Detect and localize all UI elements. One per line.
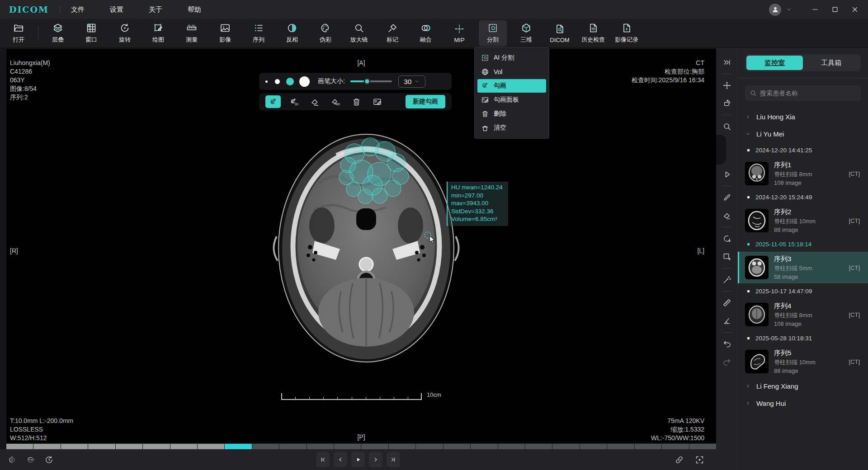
slice-segment[interactable] <box>88 444 115 449</box>
brush-tool-contour-panel[interactable] <box>369 95 385 108</box>
new-contour-button[interactable]: 新建勾画 <box>406 95 445 108</box>
toolbar-button-draw[interactable]: 绘图 <box>144 20 172 47</box>
patient-search[interactable] <box>745 85 861 101</box>
strip-tool-undo[interactable] <box>720 337 734 351</box>
study-date-row[interactable]: 2024-12-20 14:41:25 <box>745 142 861 158</box>
rotate-reset-button[interactable] <box>44 455 54 465</box>
toolbar-button-invert[interactable]: 反相 <box>278 20 306 47</box>
slice-segment[interactable] <box>307 444 334 449</box>
patient-row[interactable]: Liu Hong Xia <box>745 108 861 125</box>
toolbar-button-folder-open[interactable]: 打开 <box>5 20 33 47</box>
toolbar-button-mip[interactable]: MIP <box>445 20 473 47</box>
slice-segment[interactable] <box>635 444 661 449</box>
patient-row[interactable]: Wang Hui <box>745 395 861 412</box>
toolbar-button-rotate[interactable]: 旋转 <box>111 20 139 47</box>
slice-segment[interactable] <box>279 444 306 449</box>
ct-viewport[interactable]: Liuhongxia(M)C41286063Y图像:8/54序列:2 [A] C… <box>6 49 716 443</box>
strip-tool-circle-add[interactable] <box>720 232 734 245</box>
brush-dot-m-selected[interactable] <box>286 78 294 85</box>
toolbar-button-layers[interactable]: 层叠 <box>44 20 72 47</box>
segment-menu-item-contour-pen[interactable]: 勾画 <box>477 79 546 93</box>
toolbar-button-measure[interactable]: 测量 <box>178 20 206 47</box>
brush-dot-l[interactable] <box>299 76 310 87</box>
user-avatar[interactable] <box>769 4 781 16</box>
slice-segment[interactable] <box>416 444 443 449</box>
skip-first-button[interactable] <box>316 452 330 467</box>
toolbar-button-record[interactable]: 影像记录 <box>613 20 641 47</box>
strip-tool-collapse[interactable] <box>720 56 734 69</box>
slice-segment[interactable] <box>61 444 88 449</box>
toolbar-button-dicom-file[interactable]: DICOM <box>546 20 574 47</box>
series-card[interactable]: 序列4脊柱扫描 8mm108 image[CT] <box>738 299 868 330</box>
step-back-button[interactable] <box>334 452 347 467</box>
slice-segment[interactable] <box>334 444 361 449</box>
flip-vertical-button[interactable] <box>26 455 35 465</box>
slice-position-bar[interactable] <box>6 444 716 449</box>
toolbar-button-history[interactable]: 历史检查 <box>579 20 607 47</box>
brush-dot-s[interactable] <box>275 79 280 84</box>
slice-segment[interactable] <box>33 444 60 449</box>
brush-tool-eraser-3d[interactable]: 3D <box>328 95 343 108</box>
segment-menu-item-segment[interactable]: AI 分割 <box>477 51 546 65</box>
slice-segment[interactable] <box>580 444 607 449</box>
brush-dot-xs[interactable] <box>265 80 268 83</box>
slice-segment[interactable] <box>498 444 525 449</box>
chevron-down-icon[interactable] <box>786 6 792 13</box>
slice-segment[interactable] <box>143 444 170 449</box>
segment-menu-item-contour-panel[interactable]: 勾画面板 <box>477 93 546 107</box>
brush-tool-pen-3d[interactable]: 3D <box>286 95 302 108</box>
slice-segment[interactable] <box>525 444 552 449</box>
toolbar-button-segment[interactable]: 分割 <box>479 20 507 47</box>
series-card[interactable]: 序列2脊柱扫描 10mm88 image[CT] <box>738 205 868 236</box>
strip-tool-wand[interactable] <box>720 273 734 287</box>
strip-tool-rect-add[interactable] <box>720 250 734 263</box>
flip-horizontal-button[interactable] <box>7 455 17 465</box>
series-card[interactable]: 序列5脊柱扫描 10mm88 image[CT] <box>738 346 868 377</box>
strip-tool-angle[interactable] <box>720 314 734 328</box>
slice-segment[interactable] <box>443 444 470 449</box>
toolbar-button-image[interactable]: 影像 <box>211 20 239 47</box>
toolbar-button-palette[interactable]: 伪彩 <box>311 20 340 47</box>
series-card[interactable]: 序列1脊柱扫描 8mm108 image[CT] <box>738 158 868 189</box>
slice-segment[interactable] <box>361 444 388 449</box>
strip-tool-magnifier[interactable] <box>720 120 734 133</box>
slice-segment-current[interactable] <box>225 444 251 449</box>
study-date-row[interactable]: 2025-05-28 10:18:31 <box>745 330 861 346</box>
series-card-selected[interactable]: 序列3脊柱扫描 5mm58 image[CT] <box>738 252 868 283</box>
study-date-row[interactable]: 2024-12-20 15:24:49 <box>745 189 861 205</box>
segment-menu-item-trash[interactable]: 删除 <box>477 107 546 121</box>
toolbar-button-fusion[interactable]: 融合 <box>412 20 440 47</box>
step-forward-button[interactable] <box>369 452 382 467</box>
slice-segment[interactable] <box>252 444 279 449</box>
slice-segment[interactable] <box>389 444 415 449</box>
brush-size-slider[interactable] <box>350 80 392 82</box>
study-date-row[interactable]: 2025-11-05 15:18:14 <box>745 236 861 252</box>
toolbar-button-sequence[interactable]: 序列 <box>245 20 273 47</box>
strip-tool-pencil[interactable] <box>720 191 734 204</box>
maximize-button[interactable] <box>831 5 839 14</box>
toolbar-button-grid[interactable]: 窗口 <box>77 20 105 47</box>
strip-tool-redo[interactable] <box>720 355 734 369</box>
menubar-item[interactable]: 关于 <box>149 5 162 14</box>
slice-segment[interactable] <box>6 444 33 449</box>
strip-tool-ruler-diag[interactable] <box>720 296 734 310</box>
link-button[interactable] <box>675 455 684 465</box>
sidebar-tab-inactive[interactable]: 工具箱 <box>803 56 859 70</box>
segment-menu-item-clear[interactable]: 清空 <box>477 121 546 135</box>
toolbar-button-cube[interactable]: 三维 <box>512 20 540 47</box>
slice-segment[interactable] <box>471 444 497 449</box>
menubar-item[interactable]: 文件 <box>71 5 85 14</box>
study-date-row[interactable]: 2025-10-17 14:47:09 <box>745 283 861 299</box>
segment-menu-item-globe[interactable]: Vol <box>477 65 546 79</box>
strip-tool-cursor[interactable] <box>720 168 734 181</box>
slice-segment[interactable] <box>170 444 197 449</box>
menubar-item[interactable]: 设置 <box>110 5 123 14</box>
brush-tool-eraser[interactable] <box>307 95 322 108</box>
sidebar-tab-active[interactable]: 监控室 <box>746 56 803 70</box>
slice-segment[interactable] <box>689 444 716 449</box>
toolbar-button-marker[interactable]: 标记 <box>378 20 406 47</box>
close-button[interactable] <box>851 5 859 14</box>
patient-row[interactable]: Li Yu Mei <box>745 125 861 142</box>
strip-tool-pan[interactable] <box>720 79 734 92</box>
brush-tool-trash[interactable] <box>349 95 364 108</box>
